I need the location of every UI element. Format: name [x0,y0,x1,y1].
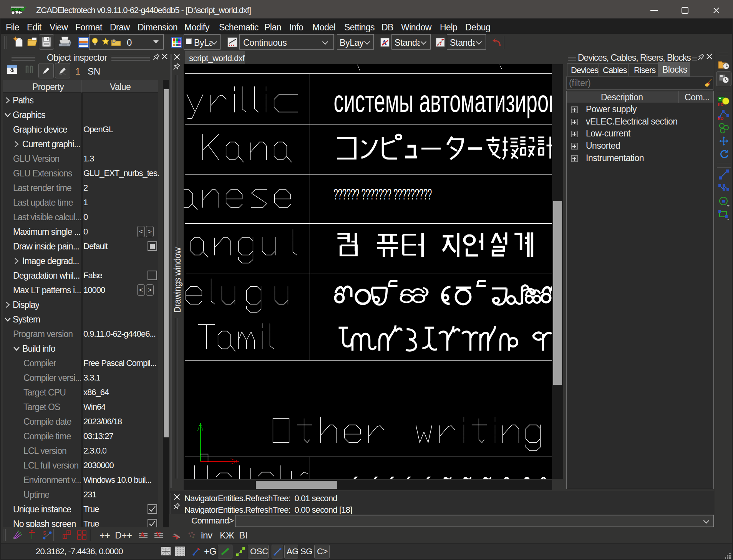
svg-text:?????? ??????? ?????????: ?????? ??????? ????????? [334,185,432,203]
svg-text:X: X [156,531,161,539]
svg-text:7: 7 [439,42,442,46]
svg-text:ED: ED [718,116,723,121]
svg-text:ED: ED [718,102,723,107]
svg-text:ZCAD: ZCAD [12,8,22,12]
svg-text:S: S [43,530,46,536]
svg-text:á é í ó ú ñ ã õ â ê î Ñ Ç: á é í ó ú ñ ã õ â ê î Ñ Ç [348,473,552,479]
svg-text:системы автоматизированного пр: системы автоматизированного проектирован… [334,84,552,118]
svg-text:A: A [140,531,145,539]
